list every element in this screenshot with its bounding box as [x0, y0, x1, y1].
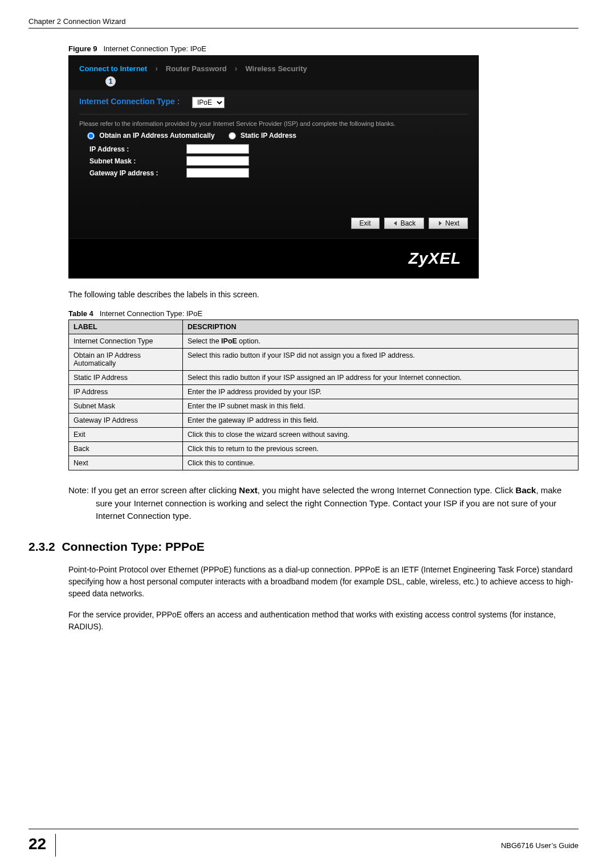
wizard-screenshot: Connect to Internet › Router Password › …: [68, 55, 479, 279]
table-cell-desc: Click this to close the wizard screen wi…: [183, 428, 579, 442]
radio-obtain-auto-label: Obtain an IP Address Automatically: [99, 132, 214, 140]
figure-title: Internet Connection Type: IPoE: [103, 44, 206, 53]
table-cell-desc: Select this radio button if your ISP did…: [183, 349, 579, 371]
table-cell-label: Exit: [69, 428, 183, 442]
chevron-icon: ›: [235, 64, 238, 73]
wizard-step-3[interactable]: Wireless Security: [245, 64, 307, 73]
figure-label: Figure 9: [68, 44, 97, 53]
body-paragraph-2: For the service provider, PPPoE offers a…: [68, 609, 579, 633]
triangle-left-icon: [393, 220, 398, 226]
table-cell-desc: Enter the IP subnet mask in this field.: [183, 399, 579, 413]
section-title: Connection Type: PPPoE: [62, 540, 204, 553]
figure-caption: Figure 9 Internet Connection Type: IPoE: [68, 44, 579, 53]
next-button-label: Next: [445, 219, 459, 227]
ip-address-input[interactable]: [186, 144, 249, 154]
table-cell-desc: Select the IPoE option.: [183, 334, 579, 349]
subnet-mask-label: Subnet Mask :: [89, 157, 186, 165]
note-paragraph: Note: If you get an error screen after c…: [68, 484, 579, 523]
page-header: Chapter 2 Connection Wizard: [28, 17, 579, 28]
table-title: Internet Connection Type: IPoE: [100, 309, 202, 318]
table-row: IP Address Enter the IP address provided…: [69, 385, 579, 399]
wizard-step-1[interactable]: Connect to Internet: [79, 64, 147, 73]
wizard-hint-text: Please refer to the information provided…: [79, 120, 468, 127]
table-row: Internet Connection Type Select the IPoE…: [69, 334, 579, 349]
table-head-description: DESCRIPTION: [183, 320, 579, 334]
table-intro-text: The following table describes the labels…: [68, 290, 579, 299]
page-number: 22: [28, 834, 56, 857]
next-button[interactable]: Next: [429, 218, 468, 229]
wizard-steps-bar: Connect to Internet › Router Password › …: [69, 56, 478, 90]
page-footer: 22 NBG6716 User’s Guide: [28, 829, 579, 857]
table-cell-label: Next: [69, 456, 183, 470]
table-row: Obtain an IP Address Automatically Selec…: [69, 349, 579, 371]
brand-logo: ZyXEL: [409, 249, 461, 268]
chapter-label: Chapter 2 Connection Wizard: [28, 17, 126, 26]
step-number-badge: 1: [105, 76, 116, 87]
table-row: Static IP Address Select this radio butt…: [69, 371, 579, 385]
table-label: Table 4: [68, 309, 93, 318]
svg-marker-0: [394, 221, 397, 226]
gateway-ip-label: Gateway IP address :: [89, 169, 186, 177]
gateway-ip-input[interactable]: [186, 168, 249, 178]
exit-button[interactable]: Exit: [351, 218, 380, 229]
ip-address-label: IP Address :: [89, 145, 186, 153]
table-cell-label: IP Address: [69, 385, 183, 399]
radio-static-ip[interactable]: Static IP Address: [229, 132, 296, 140]
table-cell-label: Subnet Mask: [69, 399, 183, 413]
table-row: Back Click this to return to the previou…: [69, 442, 579, 456]
table-cell-label: Static IP Address: [69, 371, 183, 385]
table-row: Gateway IP Address Enter the gateway IP …: [69, 413, 579, 428]
table-cell-desc: Click this to continue.: [183, 456, 579, 470]
table-cell-desc: Click this to return to the previous scr…: [183, 442, 579, 456]
connection-type-select[interactable]: IPoE: [192, 97, 225, 108]
section-number: 2.3.2: [28, 540, 55, 553]
radio-obtain-auto-input[interactable]: [87, 132, 95, 140]
radio-static-ip-input[interactable]: [229, 132, 236, 140]
table-cell-label: Internet Connection Type: [69, 334, 183, 349]
triangle-right-icon: [437, 220, 443, 226]
radio-static-ip-label: Static IP Address: [241, 132, 296, 140]
section-heading: 2.3.2 Connection Type: PPPoE: [28, 540, 579, 554]
connection-type-label: Internet Connection Type :: [79, 97, 180, 106]
table-row: Next Click this to continue.: [69, 456, 579, 470]
table-head-label: LABEL: [69, 320, 183, 334]
back-button[interactable]: Back: [384, 218, 425, 229]
subnet-mask-input[interactable]: [186, 156, 249, 166]
description-table: LABEL DESCRIPTION Internet Connection Ty…: [68, 320, 579, 470]
body-paragraph-1: Point-to-Point Protocol over Ethernet (P…: [68, 564, 579, 600]
back-button-label: Back: [401, 219, 416, 227]
table-cell-label: Obtain an IP Address Automatically: [69, 349, 183, 371]
table-cell-desc: Select this radio button if your ISP ass…: [183, 371, 579, 385]
table-cell-label: Back: [69, 442, 183, 456]
radio-obtain-auto[interactable]: Obtain an IP Address Automatically: [87, 132, 215, 140]
table-row: Subnet Mask Enter the IP subnet mask in …: [69, 399, 579, 413]
table-caption: Table 4 Internet Connection Type: IPoE: [68, 309, 579, 318]
wizard-step-2[interactable]: Router Password: [166, 64, 227, 73]
exit-button-label: Exit: [360, 219, 371, 227]
table-cell-label: Gateway IP Address: [69, 413, 183, 428]
table-row: Exit Click this to close the wizard scre…: [69, 428, 579, 442]
table-cell-desc: Enter the gateway IP address in this fie…: [183, 413, 579, 428]
footer-guide-name: NBG6716 User’s Guide: [65, 841, 579, 850]
chevron-icon: ›: [155, 64, 158, 73]
table-cell-desc: Enter the IP address provided by your IS…: [183, 385, 579, 399]
svg-marker-1: [439, 221, 442, 226]
